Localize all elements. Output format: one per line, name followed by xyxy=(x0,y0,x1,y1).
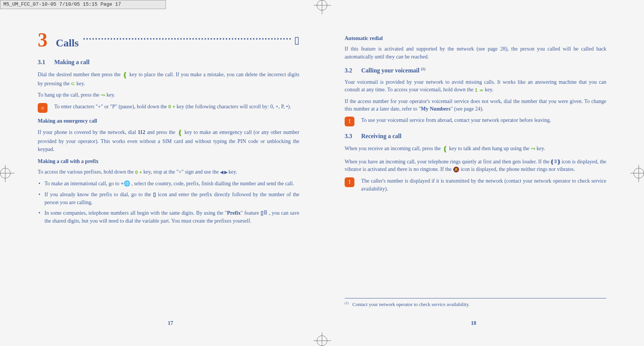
section-3-2: 3.2 Calling your voicemail (1) xyxy=(345,66,606,75)
phone-small-icon: ▯ xyxy=(153,191,156,198)
subheading: Making an emergency call xyxy=(38,117,299,125)
list-item: To make an international call, go to +🌐 … xyxy=(44,180,299,188)
tip-text: To enter characters "+" or "P" (pause), … xyxy=(54,103,299,111)
body-text: When you receive an incoming call, press… xyxy=(345,144,606,154)
page-number: 17 xyxy=(168,320,173,327)
warning-note: ! The caller's number is displayed if it… xyxy=(345,177,606,193)
subheading: Making a call with a prefix xyxy=(38,158,299,165)
voicemail-key-icon: 1 ∞ xyxy=(475,87,483,94)
page-number: 18 xyxy=(471,320,476,327)
section-num: 3.2 xyxy=(345,66,352,75)
globe-icon: +🌐 xyxy=(121,180,130,188)
warning-text: To use your voicemail service from abroa… xyxy=(361,117,606,124)
chapter-title: Calls xyxy=(56,35,79,51)
body-text: If this feature is activated and support… xyxy=(345,45,606,61)
bullet-list: To make an international call, go to +🌐 … xyxy=(38,180,299,225)
vibrate-icon: ⸨▯⸩ xyxy=(551,158,560,166)
back-key-icon: ⊂ xyxy=(71,80,75,88)
section-num: 3.3 xyxy=(345,132,352,140)
tip-note: ☼ To enter characters "+" or "P" (pause)… xyxy=(38,103,299,113)
warning-icon: ! xyxy=(345,177,354,187)
body-text: When you have an incoming call, your tel… xyxy=(345,158,606,174)
call-key-icon: ❪ xyxy=(442,144,448,154)
hangup-key-icon: ⤳ xyxy=(531,145,535,153)
body-text: Your voicemail is provided by your netwo… xyxy=(345,78,606,94)
list-item: In some companies, telephone numbers all… xyxy=(44,209,299,225)
warning-text: The caller's number is displayed if it i… xyxy=(361,177,606,193)
crop-mark-top xyxy=(317,0,327,11)
body-text: If the access number for your operator's… xyxy=(345,98,606,113)
warning-note: ! To use your voicemail service from abr… xyxy=(345,117,606,126)
silence-icon: 🔕 xyxy=(453,166,459,174)
page-17: 3 Calls ▯ 3.1 Making a call Dial the des… xyxy=(19,15,322,331)
zero-key-icon: 0 + xyxy=(135,169,142,176)
print-header: M5_UM_FCC_07-10-05 7/10/05 15:15 Page 17 xyxy=(0,0,166,9)
tip-icon: ☼ xyxy=(38,103,48,113)
section-title: Making a call xyxy=(54,58,89,66)
call-key-icon: ❪ xyxy=(177,128,183,138)
crop-mark-left xyxy=(0,168,11,178)
section-3-3: 3.3 Receiving a call xyxy=(345,132,606,140)
section-3-1: 3.1 Making a call xyxy=(38,58,299,66)
body-text: To access the various prefixes, hold dow… xyxy=(38,168,299,176)
footnote: (1)Contact your network operator to chec… xyxy=(345,298,606,308)
phone-icon: ▯ xyxy=(294,33,299,48)
zero-key-icon: 0 + xyxy=(168,103,175,111)
page-spread: 3 Calls ▯ 3.1 Making a call Dial the des… xyxy=(19,15,625,331)
page-18: Automatic redial If this feature is acti… xyxy=(322,15,625,331)
subheading: Automatic redial xyxy=(345,35,606,42)
crop-mark-right xyxy=(633,168,644,178)
body-text: Dial the desired number then press the ❪… xyxy=(38,70,299,88)
list-item: If you already know the prefix to dial, … xyxy=(44,191,299,206)
leader-dots xyxy=(83,38,291,40)
call-key-icon: ❪ xyxy=(122,70,128,80)
prefix-icon: ▯⠿ xyxy=(261,209,267,217)
section-title: Calling your voicemail (1) xyxy=(361,66,425,75)
body-text: To hang up the call, press the ⤳ key. xyxy=(38,91,299,99)
chapter-number: 3 xyxy=(38,30,48,50)
crop-mark-bottom xyxy=(317,335,327,346)
body-text: If your phone is covered by the network,… xyxy=(38,128,299,153)
chapter-heading: 3 Calls ▯ xyxy=(38,30,299,51)
warning-icon: ! xyxy=(345,117,354,126)
section-num: 3.1 xyxy=(38,58,45,66)
section-title: Receiving a call xyxy=(361,132,402,140)
nav-key-icon: ◀ ▶ xyxy=(220,169,227,175)
hangup-key-icon: ⤳ xyxy=(101,92,105,99)
